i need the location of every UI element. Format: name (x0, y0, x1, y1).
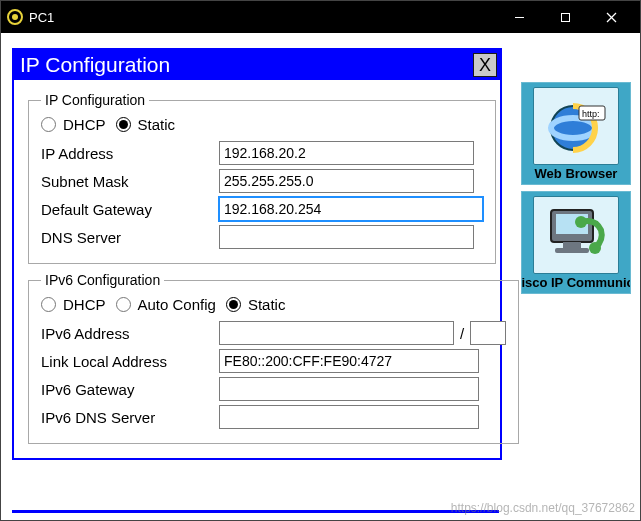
ipv6-gateway-label: IPv6 Gateway (41, 381, 219, 398)
dialog-close-button[interactable]: X (473, 53, 497, 77)
ipv6-auto-option[interactable]: Auto Config (116, 296, 216, 313)
ipv4-static-label: Static (138, 116, 176, 133)
ipv6-prefix-input[interactable] (470, 321, 506, 345)
ipv4-static-radio[interactable] (116, 117, 131, 132)
default-gateway-input[interactable] (219, 197, 483, 221)
web-browser-caption: Web Browser (524, 167, 628, 182)
ipv6-static-option[interactable]: Static (226, 296, 286, 313)
ip-config-dialog: IP Configuration X IP Configuration DHCP… (12, 48, 502, 460)
maximize-icon (560, 12, 571, 23)
svg-point-13 (589, 242, 601, 254)
ipv6-legend: IPv6 Configuration (41, 272, 164, 288)
ipv4-dhcp-label: DHCP (63, 116, 106, 133)
os-window: PC1 IP Configuration X IP Configuration (0, 0, 641, 521)
close-button[interactable] (588, 1, 634, 33)
ipv6-dhcp-radio[interactable] (41, 297, 56, 312)
minimize-icon (514, 12, 525, 23)
window-title: PC1 (29, 10, 54, 25)
maximize-button[interactable] (542, 1, 588, 33)
ipv6-dns-input[interactable] (219, 405, 479, 429)
ipv6-address-label: IPv6 Address (41, 325, 219, 342)
dialog-header[interactable]: IP Configuration X (14, 50, 500, 80)
link-local-input[interactable] (219, 349, 479, 373)
dialog-title: IP Configuration (20, 53, 473, 77)
web-browser-icon: http: (533, 87, 619, 165)
ipv6-dns-label: IPv6 DNS Server (41, 409, 219, 426)
close-icon (606, 12, 617, 23)
phone-icon (533, 196, 619, 274)
svg-text:http:: http: (582, 109, 600, 119)
ipv6-auto-label: Auto Config (138, 296, 216, 313)
ipv4-static-option[interactable]: Static (116, 116, 176, 133)
minimize-button[interactable] (496, 1, 542, 33)
ipv6-auto-radio[interactable] (116, 297, 131, 312)
ipv6-gateway-input[interactable] (219, 377, 479, 401)
default-gateway-label: Default Gateway (41, 201, 219, 218)
client-area: IP Configuration X IP Configuration DHCP… (2, 34, 639, 519)
titlebar[interactable]: PC1 (1, 1, 640, 33)
dns-server-label: DNS Server (41, 229, 219, 246)
side-dock: http: Web Browser C (521, 82, 631, 294)
cisco-ip-caption: Cisco IP Communicator (521, 276, 631, 291)
ipv4-mode-row: DHCP Static (41, 116, 483, 133)
dns-server-input[interactable] (219, 225, 474, 249)
subnet-mask-input[interactable] (219, 169, 474, 193)
ipv4-group: IP Configuration DHCP Static IP Address (28, 92, 496, 264)
ipv4-dhcp-radio[interactable] (41, 117, 56, 132)
ipv4-dhcp-option[interactable]: DHCP (41, 116, 106, 133)
subnet-mask-label: Subnet Mask (41, 173, 219, 190)
web-browser-launcher[interactable]: http: Web Browser (521, 82, 631, 185)
ipv6-static-radio[interactable] (226, 297, 241, 312)
svg-rect-1 (561, 13, 569, 21)
link-local-label: Link Local Address (41, 353, 219, 370)
ipv6-static-label: Static (248, 296, 286, 313)
app-icon (7, 9, 23, 25)
ipv6-dhcp-label: DHCP (63, 296, 106, 313)
ipv6-mode-row: DHCP Auto Config Static (41, 296, 506, 313)
ipv6-dhcp-option[interactable]: DHCP (41, 296, 106, 313)
cisco-ip-communicator-launcher[interactable]: Cisco IP Communicator (521, 191, 631, 294)
ip-address-input[interactable] (219, 141, 474, 165)
ipv6-address-input[interactable] (219, 321, 454, 345)
svg-point-12 (575, 216, 587, 228)
ipv4-legend: IP Configuration (41, 92, 149, 108)
svg-rect-11 (555, 248, 589, 253)
dialog-body: IP Configuration DHCP Static IP Address (14, 80, 500, 458)
svg-rect-10 (563, 242, 581, 248)
ip-address-label: IP Address (41, 145, 219, 162)
ipv6-group: IPv6 Configuration DHCP Auto Config S (28, 272, 519, 444)
prefix-slash: / (460, 325, 464, 342)
dialog-bottom-border-fragment (12, 510, 499, 513)
